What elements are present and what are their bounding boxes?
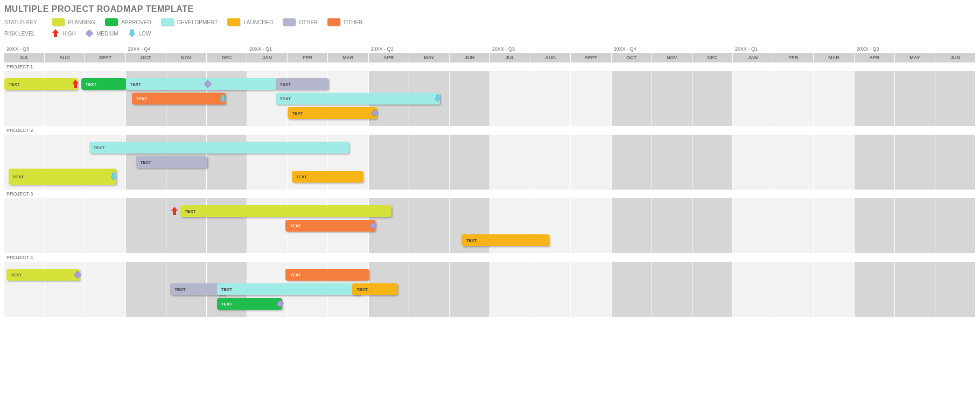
- month-label: FEB: [773, 53, 814, 62]
- page-title: MULTIPLE PROJECT ROADMAP TEMPLATE: [4, 4, 976, 14]
- quarter-label: 20XX - Q2: [855, 45, 976, 53]
- month-label: OCT: [126, 53, 166, 62]
- quarter-label: 20XX - Q1: [247, 45, 369, 53]
- project-title: PROJECT 1: [4, 62, 976, 71]
- swatch-other1: [283, 18, 296, 26]
- project-title: PROJECT 4: [4, 253, 976, 262]
- month-label: JUL: [490, 53, 530, 62]
- month-label: AUG: [45, 53, 85, 62]
- arrow-down-icon: [433, 94, 442, 103]
- month-label: JAN: [247, 53, 288, 62]
- month-label: OCT: [612, 53, 652, 62]
- diamond-icon: [369, 221, 377, 231]
- arrow-down-icon: [128, 29, 136, 38]
- month-label: AUG: [530, 53, 571, 62]
- project-body: TEXTTEXTTEXTTEXTTEXTTEXTTEXT: [4, 71, 976, 126]
- arrow-up-icon: [170, 206, 179, 216]
- quarter-label: 20XX - Q2: [369, 45, 491, 53]
- gantt-bar[interactable]: TEXT: [180, 205, 391, 217]
- gantt-bar[interactable]: TEXT: [6, 269, 80, 281]
- month-label: JUL: [4, 53, 45, 62]
- risk-level-label: RISK LEVEL: [4, 31, 42, 37]
- project-title: PROJECT 2: [4, 126, 976, 135]
- project-title: PROJECT 3: [4, 190, 976, 198]
- status-label: LAUNCHED: [243, 19, 273, 25]
- gantt-bar[interactable]: TEXT: [126, 78, 276, 90]
- gantt-bar[interactable]: TEXT: [285, 269, 369, 281]
- arrow-up-icon: [52, 29, 59, 38]
- gantt-bar[interactable]: TEXT: [4, 78, 78, 90]
- month-label: NOV: [652, 53, 692, 62]
- gantt-bar[interactable]: TEXT: [217, 283, 361, 295]
- risk-label: LOW: [139, 31, 151, 37]
- gantt-bar[interactable]: TEXT: [285, 220, 375, 232]
- month-header: JULAUGSEPTOCTNOVDECJANFEBMARAPRMAYJUNJUL…: [4, 53, 976, 62]
- month-label: APR: [369, 53, 409, 62]
- quarter-label: 20XX - Q4: [612, 45, 733, 53]
- diamond-icon: [86, 29, 93, 38]
- quarter-header: 20XX - Q320XX - Q420XX - Q120XX - Q220XX…: [4, 45, 976, 53]
- arrow-down-icon: [109, 172, 118, 182]
- swatch-launched: [227, 18, 240, 26]
- month-label: DEC: [207, 53, 247, 62]
- status-legend: STATUS KEY PLANNING APPROVED DEVELOPMENT…: [4, 18, 976, 26]
- gantt-bar[interactable]: TEXT: [276, 93, 440, 105]
- gantt-bar[interactable]: TEXT: [9, 169, 116, 185]
- month-label: JAN: [733, 53, 773, 62]
- swatch-approved: [105, 18, 118, 26]
- diamond-icon: [204, 79, 212, 89]
- quarter-label: 20XX - Q3: [4, 45, 126, 53]
- gantt-bar[interactable]: TEXT: [461, 234, 549, 246]
- status-key-label: STATUS KEY: [4, 19, 42, 25]
- status-label: OTHER: [344, 19, 362, 25]
- gantt-bar[interactable]: TEXT: [81, 78, 127, 90]
- project-body: TEXTTEXTTEXT: [4, 198, 976, 253]
- swatch-other2: [327, 18, 340, 26]
- month-label: MAR: [328, 53, 368, 62]
- quarter-label: 20XX - Q4: [126, 45, 248, 53]
- timeline: 20XX - Q320XX - Q420XX - Q120XX - Q220XX…: [4, 45, 976, 317]
- gantt-bar[interactable]: TEXT: [132, 93, 226, 105]
- month-label: MAY: [895, 53, 935, 62]
- arrow-down-icon: [219, 94, 227, 103]
- gantt-bar[interactable]: TEXT: [276, 78, 329, 90]
- risk-label: MEDIUM: [96, 31, 118, 37]
- month-label: NOV: [166, 53, 207, 62]
- status-label: DEVELOPMENT: [177, 19, 218, 25]
- month-label: JUN: [935, 53, 976, 62]
- gantt-bar[interactable]: TEXT: [288, 107, 377, 119]
- month-label: APR: [855, 53, 895, 62]
- quarter-label: 20XX - Q3: [490, 45, 612, 53]
- arrow-up-icon: [71, 79, 80, 89]
- month-label: SEPT: [571, 53, 611, 62]
- status-label: OTHER: [299, 19, 318, 25]
- gantt-bar[interactable]: TEXT: [89, 142, 349, 154]
- month-label: FEB: [288, 53, 328, 62]
- quarter-label: 20XX - Q1: [733, 45, 855, 53]
- swatch-development: [161, 18, 174, 26]
- project-body: TEXTTEXTTEXTTEXTTEXTTEXT: [4, 262, 976, 317]
- gantt-bar[interactable]: TEXT: [136, 156, 207, 168]
- risk-legend: RISK LEVEL HIGH MEDIUM LOW: [4, 29, 976, 38]
- risk-label: HIGH: [62, 31, 76, 37]
- month-label: JUN: [450, 53, 490, 62]
- swatch-planning: [52, 18, 65, 26]
- status-label: PLANNING: [68, 19, 95, 25]
- diamond-icon: [370, 108, 379, 118]
- month-label: DEC: [692, 53, 733, 62]
- gantt-bar[interactable]: TEXT: [352, 283, 397, 295]
- project-body: TEXTTEXTTEXTTEXT: [4, 135, 976, 190]
- status-label: APPROVED: [121, 19, 151, 25]
- gantt-bar[interactable]: TEXT: [217, 298, 282, 310]
- month-label: MAR: [814, 53, 854, 62]
- month-label: MAY: [409, 53, 450, 62]
- gantt-bar[interactable]: TEXT: [292, 171, 363, 183]
- month-label: SEPT: [85, 53, 125, 62]
- diamond-icon: [73, 270, 82, 280]
- diamond-icon: [276, 299, 284, 309]
